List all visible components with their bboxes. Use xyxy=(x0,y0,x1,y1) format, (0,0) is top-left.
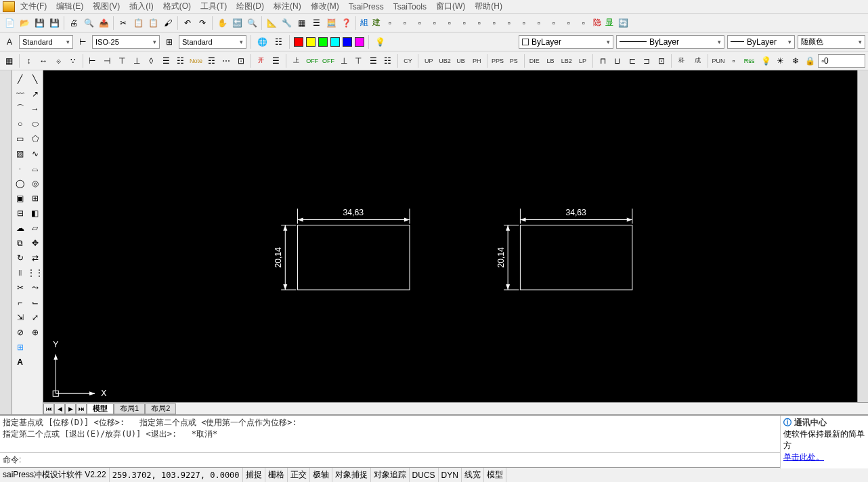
tb1b-i1-icon[interactable]: ▫ xyxy=(383,16,397,30)
ub2-btn[interactable]: UB2 xyxy=(437,55,452,67)
g3-icon[interactable]: ⊏ xyxy=(626,54,639,68)
grid-icon[interactable]: ▦ xyxy=(3,54,16,68)
redo-icon[interactable]: ↷ xyxy=(196,16,209,30)
polyline-icon[interactable]: 〰 xyxy=(13,87,27,101)
help-icon[interactable]: ❓ xyxy=(339,16,353,30)
menu-tsaitools[interactable]: TsaiTools xyxy=(389,2,431,12)
region-icon[interactable]: ◧ xyxy=(28,206,42,220)
zoom-icon[interactable]: 🔍 xyxy=(245,16,259,30)
spline-icon[interactable]: ∿ xyxy=(28,146,42,160)
textstyle-icon[interactable]: A xyxy=(3,35,16,49)
menu-draw[interactable]: 绘图(D) xyxy=(232,1,268,12)
layers-icon[interactable]: ☰ xyxy=(309,16,323,30)
menu-view[interactable]: 视图(V) xyxy=(89,1,124,12)
menu-dim[interactable]: 标注(N) xyxy=(269,1,305,12)
save-icon[interactable]: 💾 xyxy=(32,16,46,30)
ph-btn[interactable]: PH xyxy=(469,55,484,67)
move-icon[interactable]: ✥ xyxy=(28,236,42,250)
menu-format[interactable]: 格式(O) xyxy=(159,1,195,12)
tb1b-i11-icon[interactable]: ▫ xyxy=(532,16,546,30)
t3-b3-icon[interactable]: ⟐ xyxy=(51,54,65,68)
up2-btn[interactable]: UP xyxy=(421,55,436,67)
join-icon[interactable]: ⊕ xyxy=(28,325,42,339)
t3-b10-icon[interactable]: ☰ xyxy=(159,54,173,68)
hide-label[interactable]: 隐 xyxy=(592,17,603,28)
d3-icon[interactable]: ☰ xyxy=(366,54,380,68)
tb1b-i7-icon[interactable]: ▫ xyxy=(473,16,486,30)
dimension-icon[interactable]: 📐 xyxy=(265,16,278,30)
arc2-icon[interactable]: ⌓ xyxy=(28,161,42,175)
text-icon[interactable]: A xyxy=(13,355,27,369)
ub-btn[interactable]: UB xyxy=(454,55,469,67)
tab-first[interactable]: ⏮ xyxy=(43,403,54,414)
trim-icon[interactable]: ✂ xyxy=(13,280,27,294)
tb1b-i8-icon[interactable]: ▫ xyxy=(487,16,501,30)
layer-count[interactable]: ▫ 0 xyxy=(818,54,865,68)
saveas-icon[interactable]: 💾 xyxy=(47,16,61,30)
table2-icon[interactable]: ⊞ xyxy=(13,340,27,354)
publish-icon[interactable]: 📤 xyxy=(97,16,110,30)
show-label[interactable]: 显 xyxy=(604,17,615,28)
toggle-osnap[interactable]: 对象捕捉 xyxy=(332,468,371,482)
color-red[interactable] xyxy=(294,37,303,47)
tab-prev[interactable]: ◀ xyxy=(54,403,65,414)
lineweight-dropdown[interactable]: ByLayer xyxy=(727,35,795,49)
t3-b9-icon[interactable]: ◊ xyxy=(144,54,158,68)
build-label[interactable]: 建 xyxy=(371,17,382,28)
rb-icon[interactable]: ▫ xyxy=(727,54,741,68)
t3-b7-icon[interactable]: ⊤ xyxy=(115,54,129,68)
t3-b12-icon[interactable]: ☶ xyxy=(204,54,218,68)
globe-icon[interactable]: 🌐 xyxy=(255,35,269,49)
t3-b14-icon[interactable]: ⊡ xyxy=(234,54,248,68)
linetype-dropdown[interactable]: ByLayer xyxy=(616,35,724,49)
table-icon[interactable]: ⊟ xyxy=(13,206,27,220)
menu-help[interactable]: 帮助(H) xyxy=(471,1,506,12)
tb1b-i4-icon[interactable]: ▫ xyxy=(428,16,441,30)
t3-b4-icon[interactable]: ∵ xyxy=(66,54,80,68)
t3-b11-icon[interactable]: ☷ xyxy=(174,54,188,68)
lock-icon[interactable]: 🔒 xyxy=(803,54,817,68)
color-magenta[interactable] xyxy=(355,37,364,47)
insert-icon[interactable]: ⊞ xyxy=(28,191,42,205)
layer-dropdown[interactable]: ByLayer xyxy=(519,35,613,49)
tb1b-i2-icon[interactable]: ▫ xyxy=(398,16,412,30)
g1-icon[interactable]: ⊓ xyxy=(596,54,609,68)
toggle-ortho[interactable]: 正交 xyxy=(288,468,310,482)
t3-b13-icon[interactable]: ⋯ xyxy=(219,54,233,68)
menu-file[interactable]: 文件(F) xyxy=(16,1,51,12)
tb1b-i9-icon[interactable]: ▫ xyxy=(502,16,516,30)
toggle-model[interactable]: 模型 xyxy=(484,468,506,482)
pun-btn[interactable]: PUN xyxy=(711,55,726,67)
sun-icon[interactable]: ☀ xyxy=(774,54,787,68)
ellipse2-icon[interactable]: ◯ xyxy=(13,176,27,190)
cut-icon[interactable]: ✂ xyxy=(116,16,130,30)
xline-icon[interactable]: ↗ xyxy=(28,87,42,101)
line2-icon[interactable]: ╲ xyxy=(28,72,42,86)
drawing-canvas[interactable]: 34,63 20,14 34,63 20,14 xyxy=(43,70,868,414)
open-btn[interactable]: 开 xyxy=(253,55,268,67)
donut-icon[interactable]: ◎ xyxy=(28,176,42,190)
pps-btn[interactable]: PPS xyxy=(490,55,505,67)
g4-icon[interactable]: ⊐ xyxy=(640,54,653,68)
menu-insert[interactable]: 插入(I) xyxy=(125,1,157,12)
chamfer-icon[interactable]: ⌙ xyxy=(28,295,42,309)
plotstyle-dropdown[interactable]: 随颜色 xyxy=(798,35,865,49)
dimstyle-dropdown[interactable]: ISO-25 xyxy=(92,35,160,49)
command-input[interactable] xyxy=(21,456,865,465)
tab-model[interactable]: 模型 xyxy=(87,403,114,414)
t3-b2-icon[interactable]: ↔ xyxy=(37,54,50,68)
zoom-prev-icon[interactable]: 🔙 xyxy=(230,16,244,30)
menu-tools[interactable]: 工具(T) xyxy=(196,1,231,12)
die-btn[interactable]: DIE xyxy=(527,55,542,67)
ps-btn[interactable]: PS xyxy=(506,55,521,67)
match-icon[interactable]: 🖌 xyxy=(161,16,175,30)
tab-layout2[interactable]: 布局2 xyxy=(145,403,176,414)
point-icon[interactable]: · xyxy=(13,161,27,175)
menu-edit[interactable]: 编辑(E) xyxy=(52,1,87,12)
tab-layout1[interactable]: 布局1 xyxy=(114,403,145,414)
off2-btn[interactable]: OFF xyxy=(321,55,336,67)
tb1b-i14-icon[interactable]: ▫ xyxy=(577,16,590,30)
tb1b-i5-icon[interactable]: ▫ xyxy=(443,16,456,30)
ke-btn[interactable]: 科 xyxy=(674,55,689,67)
cheng-btn[interactable]: 成 xyxy=(691,55,706,67)
